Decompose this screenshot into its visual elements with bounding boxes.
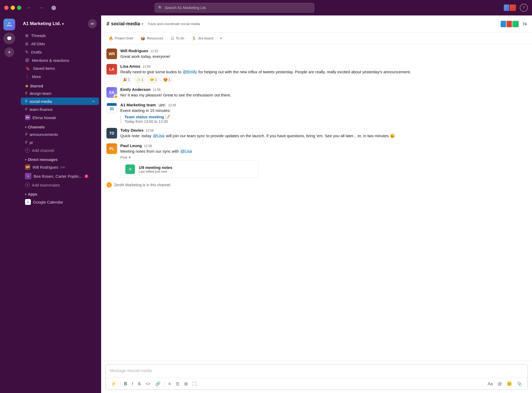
ordered-list-button[interactable]: ≡ <box>166 380 173 388</box>
messages-area: WR Will Rodrigues 11:52 Great work today… <box>101 44 532 361</box>
event-link[interactable]: Team status meeting 📝 <box>125 115 170 119</box>
member-avatars[interactable] <box>500 20 519 28</box>
message-header: Lisa Amos 11:55 <box>120 64 527 68</box>
sidebar-item-label: More <box>32 74 41 79</box>
mention: @Lisa <box>152 133 165 138</box>
history-button[interactable]: 🕐 <box>49 4 59 11</box>
sidebar-item-drafts[interactable]: ✎ Drafts <box>21 48 99 56</box>
message-header: A1 Marketing team APP 12:45 <box>120 103 527 107</box>
sidebar-item-more[interactable]: ⋮ More <box>21 73 99 80</box>
member-avatar-3 <box>512 20 519 28</box>
chevron-down-icon: ▾ <box>25 126 26 129</box>
sidebar-item-team-finance[interactable]: # team-finance <box>21 106 99 113</box>
sidebar-item-design-team[interactable]: # design-team <box>21 90 99 97</box>
sidebar-item-elena-nowak[interactable]: EN Elena Nowak <box>21 114 99 121</box>
channels-section-header[interactable]: ▾ Channels <box>21 123 99 130</box>
lightning-button[interactable]: ⚡ <box>109 380 118 388</box>
sidebar-item-pr[interactable]: # pr <box>21 139 99 146</box>
titlebar-avatar-2 <box>509 4 517 11</box>
more-icon: ⋮ <box>25 74 29 79</box>
sidebar-item-social-media[interactable]: # social-media ⇔ <box>21 98 99 105</box>
sidebar-item-label: Mentions & reactions <box>32 58 69 63</box>
message-content: Toby Davies 12:58 Quick note: today @Lis… <box>120 128 527 139</box>
message-content: Paul Leung 12:58 Meeting notes from our … <box>120 143 527 178</box>
message-time: 11:56 <box>153 88 161 92</box>
sidebar-item-mentions[interactable]: @ Mentions & reactions <box>21 56 99 64</box>
help-button[interactable]: ? <box>520 4 528 12</box>
add-tab-button[interactable]: + <box>217 35 224 42</box>
minimize-button[interactable] <box>11 6 15 10</box>
message-input[interactable]: Message #social-media <box>106 364 527 378</box>
code-button[interactable]: <> <box>143 380 153 388</box>
post-subtitle: Last edited just now <box>139 170 172 173</box>
sidebar-item-threads[interactable]: ⊕ Threads <box>21 32 99 39</box>
dm-section-header[interactable]: ▾ Direct messages <box>21 155 99 163</box>
message-text: Event starting in 15 minutes: <box>120 108 527 114</box>
reaction-button[interactable]: ✨1 <box>134 76 146 83</box>
tab-todo[interactable]: ☑ To do <box>168 35 188 42</box>
bold-button[interactable]: B <box>122 380 129 388</box>
message-time: 12:58 <box>146 129 154 132</box>
compose-button[interactable]: ✏ <box>88 19 97 28</box>
starred-label: Starred <box>30 84 43 88</box>
chevron-down-icon: ▾ <box>25 193 26 196</box>
post-card[interactable]: ≡ 1/9 meeting notes Last edited just now <box>120 160 259 178</box>
close-button[interactable] <box>4 6 9 10</box>
main-layout: A1Mktg 💬 + A1 Marketing Ltd.▾ ✏ ⊕ Thread… <box>0 15 532 393</box>
add-teammates-button[interactable]: + Add teammates <box>21 181 99 189</box>
starred-header: ★ Starred <box>21 82 99 89</box>
back-button[interactable]: ← <box>24 4 34 12</box>
message-time: 11:52 <box>150 49 158 53</box>
sidebar-item-will-rodrigues[interactable]: WR Will Rodrigues you <box>21 163 99 171</box>
channel-name: social-media <box>30 99 90 104</box>
reaction-button[interactable]: 🤝1 <box>147 76 159 83</box>
tab-resources[interactable]: 📦 Resources <box>137 35 166 42</box>
italic-button[interactable]: I <box>130 380 135 388</box>
link-button[interactable]: 🔗 <box>153 380 163 388</box>
sidebar-item-bea-carter[interactable]: 3 Bea Rosen, Carter Poplin... 3 <box>21 172 99 181</box>
search-bar[interactable]: 🔍 Search A1 Marketing Ltd. <box>155 3 314 13</box>
strikethrough-button[interactable]: S <box>136 380 143 388</box>
traffic-lights <box>4 6 21 10</box>
message-author: Paul Leung <box>120 143 142 148</box>
mention-button[interactable]: @ <box>496 380 504 388</box>
forward-button[interactable]: → <box>37 4 46 12</box>
todo-icon: ☑ <box>171 36 174 40</box>
member-count[interactable]: 74 <box>522 22 527 26</box>
message-group: EA 😊 Emily Anderson 11:56 No! It was my … <box>106 87 527 98</box>
attach-button[interactable]: 📎 <box>515 380 524 388</box>
post-label-text: Post <box>120 155 127 159</box>
reaction-button[interactable]: 🎉1 <box>120 76 132 83</box>
sidebar-item-announcements[interactable]: # announcements <box>21 131 99 138</box>
unread-badge: 3 <box>84 175 89 178</box>
plus-icon: + <box>25 148 30 153</box>
sidebar-item-saved[interactable]: 🔖 Saved items <box>21 64 99 72</box>
maximize-button[interactable] <box>17 6 21 10</box>
hash-icon: # <box>25 107 27 112</box>
avatar: LA <box>106 64 117 75</box>
post-label: Post ▾ <box>120 155 527 159</box>
channel-title[interactable]: # social-media ▾ <box>106 21 143 27</box>
unordered-list-button[interactable]: ☰ <box>174 380 182 388</box>
workspace-icon[interactable]: A1Mktg <box>3 19 15 30</box>
sidebar-item-google-calendar[interactable]: G Google Calendar <box>21 198 99 206</box>
tab-project-brief[interactable]: 🔥 Project brief <box>105 35 136 42</box>
reaction-button[interactable]: 😍1 <box>161 76 173 83</box>
chevron-down-icon: ▾ <box>25 158 26 161</box>
sidebar-item-all-dms[interactable]: ⊜ All DMs <box>21 40 99 48</box>
channel-name: announcements <box>30 132 95 137</box>
avatar: WR <box>106 48 117 59</box>
tab-jira[interactable]: 🏃 Jira board <box>188 35 216 42</box>
text-format-button[interactable]: Aa <box>485 380 495 388</box>
avatar: TD <box>106 128 117 139</box>
workspace-name[interactable]: A1 Marketing Ltd.▾ <box>23 21 64 26</box>
emoji-button[interactable]: 🙂 <box>505 380 514 388</box>
google-calendar-icon: G <box>25 199 31 205</box>
block-quote-button[interactable]: ⛶ <box>190 380 199 388</box>
dms-icon-button[interactable]: 💬 <box>3 33 15 44</box>
message-content: Lisa Amos 11:55 Really need to give some… <box>120 64 527 83</box>
add-workspace-button[interactable]: + <box>5 47 14 57</box>
add-channel-button[interactable]: + Add channel <box>21 147 99 154</box>
indent-button[interactable]: ⊞ <box>182 380 190 388</box>
apps-section-header[interactable]: ▾ Apps <box>21 190 99 197</box>
